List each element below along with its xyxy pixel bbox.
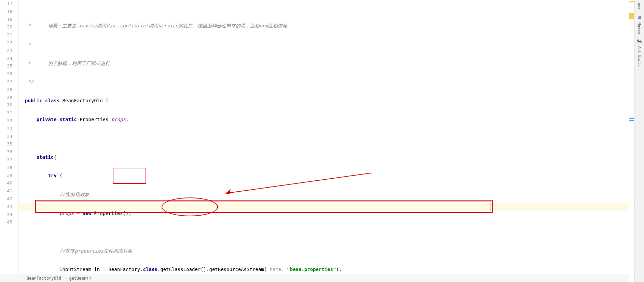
keyword: new (83, 210, 91, 216)
line-number: 43 (0, 203, 12, 211)
line-number: 22 (0, 39, 12, 47)
keyword: class (143, 267, 157, 272)
ant-icon: 🐜 (637, 39, 642, 43)
code-text: ); (336, 267, 342, 272)
line-number: 40 (0, 179, 12, 187)
code-text: = (74, 210, 82, 216)
line-number: 21 (0, 31, 12, 39)
code-text: { (54, 154, 56, 160)
line-number: 23 (0, 47, 12, 55)
line-number: 37 (0, 156, 12, 164)
keyword: public class (25, 98, 59, 103)
line-gutter: 17 18 19 20 21 22 23 24 25 26 27 28 29 3… (0, 0, 19, 274)
line-number: 17 (0, 0, 12, 8)
line-number: 28 (0, 86, 12, 94)
line-number: 39 (0, 172, 12, 180)
code-text: BeanFactoryOld { (59, 98, 108, 103)
field-ref: props (59, 210, 74, 216)
line-number: 29 (0, 94, 12, 102)
comment-text: */ (25, 79, 33, 85)
line-number: 31 (0, 109, 12, 117)
line-number: 41 (0, 187, 12, 195)
keyword: try (48, 173, 56, 178)
comment-text: * 场景：主要是service调用dao，controller调用service… (25, 23, 287, 28)
code-text: .getClassLoader().getResourceAsStream( (157, 267, 270, 272)
info-marker[interactable] (629, 120, 634, 121)
comment-text: * 为了解耦，利用工厂模式进行 (25, 61, 110, 66)
tool-tab-maven[interactable]: Maven (636, 20, 642, 37)
maven-icon: m (638, 14, 641, 20)
line-number: 32 (0, 117, 12, 125)
param-hint: name: (270, 267, 287, 272)
comment-text: //实例化对象 (59, 192, 89, 197)
line-number: 42 (0, 195, 12, 203)
line-number: 34 (0, 133, 12, 141)
code-text: Properties (77, 117, 111, 122)
keyword: static (37, 154, 54, 160)
code-text: InputStream in = BeanFactory. (59, 267, 143, 272)
line-number: 19 (0, 16, 12, 24)
keyword: private static (37, 117, 77, 122)
warning-marker[interactable] (629, 1, 634, 2)
comment-text: //获取properties文件的流对象 (59, 248, 132, 254)
line-number: 45 (0, 218, 12, 226)
line-number: 38 (0, 164, 12, 172)
tool-tab-database[interactable]: ase (636, 0, 642, 12)
warning-marker[interactable] (629, 13, 634, 15)
code-editor[interactable]: * 场景：主要是service调用dao，controller调用service… (19, 0, 644, 274)
line-number: 26 (0, 70, 12, 78)
editor-area: 17 18 19 20 21 22 23 24 25 26 27 28 29 3… (0, 0, 644, 274)
line-number: 36 (0, 148, 12, 156)
code-text: ; (126, 117, 128, 122)
line-number: 30 (0, 101, 12, 109)
line-number: 44 (0, 211, 12, 219)
tool-tab-ant[interactable]: Ant Build (636, 43, 642, 69)
line-number: 25 (0, 62, 12, 70)
line-number: 24 (0, 55, 12, 63)
comment-text: * (25, 42, 31, 47)
error-stripe[interactable] (629, 0, 634, 282)
string-literal: "bean.properties" (287, 267, 336, 272)
code-text: Properties(); (91, 210, 132, 216)
line-number: 27 (0, 78, 12, 86)
line-number: 18 (0, 8, 12, 16)
line-number: 33 (0, 125, 12, 133)
warning-marker[interactable] (629, 15, 634, 17)
line-number: 20 (0, 23, 12, 31)
field-ref: props (111, 117, 126, 122)
line-number: 35 (0, 140, 12, 148)
code-text: { (57, 173, 63, 178)
right-tool-strip: ase m Maven 🐜 Ant Build (634, 0, 644, 282)
info-marker[interactable] (629, 118, 634, 119)
warning-marker[interactable] (629, 17, 634, 19)
